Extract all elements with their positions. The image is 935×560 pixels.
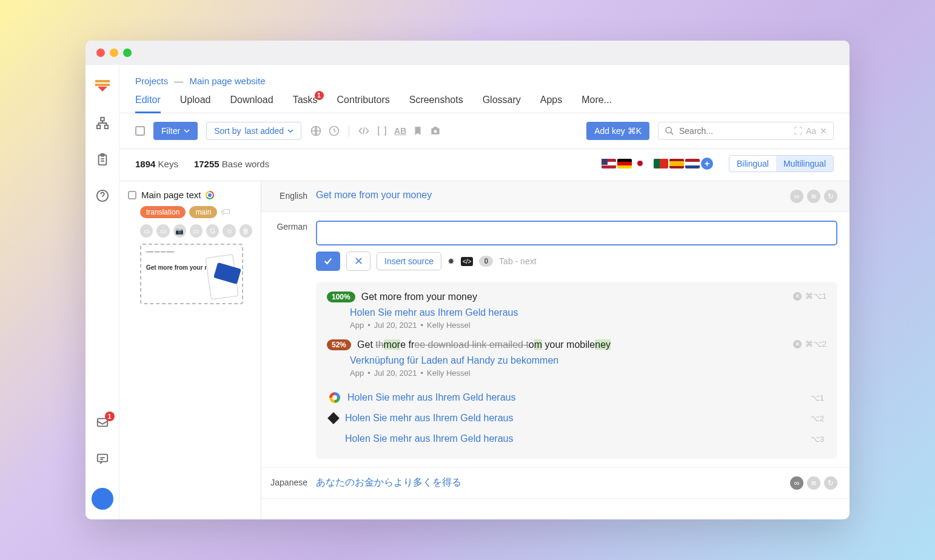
key-panel: Main page text translation main 🏷 ▭ ▭ 📷 …	[119, 181, 261, 519]
key-action-7-icon[interactable]: 🗑	[240, 224, 252, 238]
row-action-history-icon[interactable]: ↻	[824, 190, 837, 203]
flag-pt[interactable]	[654, 159, 668, 168]
suggestion-close-icon[interactable]: ✕	[793, 340, 802, 348]
clipboard-icon[interactable]	[95, 152, 110, 167]
translation-input-de[interactable]	[316, 221, 837, 245]
toolbar-bookmark-icon[interactable]	[412, 125, 423, 136]
view-multilingual[interactable]: Multilingual	[776, 156, 833, 172]
select-all-checkbox[interactable]	[135, 126, 145, 136]
flag-de[interactable]	[617, 159, 632, 168]
row-action-mt-icon[interactable]: ≋	[807, 190, 820, 203]
view-bilingual[interactable]: Bilingual	[729, 156, 776, 172]
tab-contributors[interactable]: Contributors	[337, 95, 390, 113]
tabs: Editor Upload Download Tasks 1 Contribut…	[119, 86, 850, 113]
auto-icon[interactable]: ✸	[447, 256, 455, 266]
svg-point-10	[434, 130, 437, 133]
screenshot-thumbnail[interactable]: ━━━ ━━ ━━ ━━━ Get more from your money	[140, 244, 243, 304]
toolbar-case-icon[interactable]: AB	[394, 126, 406, 136]
flag-us[interactable]	[602, 159, 616, 168]
maximize-window-icon[interactable]	[123, 48, 132, 57]
key-action-1-icon[interactable]: ▭	[140, 224, 153, 238]
tab-download[interactable]: Download	[230, 95, 273, 113]
minimize-window-icon[interactable]	[110, 48, 118, 57]
search-scan-icon[interactable]: ⛶	[794, 126, 802, 136]
tab-apps[interactable]: Apps	[540, 95, 562, 113]
key-action-4-icon[interactable]: ▭	[190, 224, 203, 238]
filter-button[interactable]: Filter	[153, 122, 198, 140]
search-icon	[665, 126, 674, 136]
toolbar-clock-icon[interactable]	[328, 125, 340, 137]
suggestion-close-icon[interactable]: ✕	[793, 292, 802, 301]
match-badge: 52%	[327, 339, 351, 350]
toolbar-code-icon[interactable]	[358, 125, 370, 137]
suggestion-meta: App•Jul 20, 2021•Kelly Hessel	[350, 368, 826, 378]
suggestion-translation[interactable]: Verknüpfung für Laden auf Handy zu bekom…	[350, 355, 826, 366]
sort-button[interactable]: Sort by last added	[206, 122, 301, 140]
mt-suggestion-microsoft[interactable]: Holen Sie mehr aus Ihrem Geld heraus ⌥3	[327, 428, 826, 449]
tag-main[interactable]: main	[189, 206, 217, 218]
tab-tasks[interactable]: Tasks 1	[293, 95, 318, 113]
search-input[interactable]	[679, 126, 789, 136]
breadcrumb-current[interactable]: Main page website	[190, 76, 266, 86]
stat-keys: 1894 Keys	[135, 159, 178, 169]
placeholder-count: 0	[479, 256, 493, 267]
lang-label-jp: Japanese	[261, 468, 316, 498]
flag-jp[interactable]	[633, 159, 648, 168]
avatar[interactable]	[92, 488, 113, 510]
row-action-history-icon[interactable]: ↻	[824, 476, 837, 490]
chat-icon[interactable]	[95, 452, 110, 466]
app-logo[interactable]	[94, 77, 111, 94]
cancel-button[interactable]: ✕	[346, 252, 370, 271]
tab-screenshots[interactable]: Screenshots	[409, 95, 463, 113]
breadcrumb-root[interactable]: Projects	[135, 76, 168, 86]
sitemap-icon[interactable]	[95, 116, 110, 130]
tm-suggestion-2[interactable]: ✕⌘⌥2 52% Get thmore free download link e…	[327, 339, 826, 378]
close-window-icon[interactable]	[96, 48, 105, 57]
source-text-en[interactable]: Get more from your money	[316, 190, 432, 200]
chrome-icon	[206, 191, 214, 199]
suggestion-translation[interactable]: Holen Sie mehr aus Ihrem Geld heraus	[350, 307, 826, 318]
tasks-badge: 1	[315, 91, 324, 100]
tm-suggestion-1[interactable]: ✕⌘⌥1 100% Get more from your money Holen…	[327, 292, 826, 330]
inbox-icon[interactable]: 1	[95, 415, 110, 430]
mt-suggestion-google[interactable]: Holen Sie mehr aus Ihrem Geld heraus ⌥1	[327, 387, 826, 408]
key-action-3-icon[interactable]: 📷	[173, 224, 186, 238]
translation-jp[interactable]: あなたのお金からより多くを得る	[316, 477, 461, 487]
help-icon[interactable]	[95, 188, 110, 203]
row-action-mt-icon[interactable]: ≋	[807, 476, 820, 490]
mt-suggestion-deepl[interactable]: Holen Sie mehr aus Ihrem Geld heraus ⌥2	[327, 408, 826, 428]
key-action-5-icon[interactable]: G	[206, 224, 219, 238]
tag-translation[interactable]: translation	[140, 206, 186, 218]
flag-nl[interactable]	[685, 159, 700, 168]
row-action-tm-icon[interactable]: ∞	[790, 190, 803, 203]
tab-upload[interactable]: Upload	[180, 95, 211, 113]
language-flags: +	[602, 158, 713, 170]
tab-more[interactable]: More...	[581, 95, 612, 113]
key-name[interactable]: Main page text	[141, 190, 201, 200]
toolbar-camera-icon[interactable]	[429, 125, 441, 137]
stats-row: 1894 Keys 17255 Base words + Bilingual M…	[119, 149, 850, 181]
key-action-2-icon[interactable]: ▭	[156, 224, 169, 238]
search-case-icon[interactable]: Aa	[806, 126, 816, 136]
search-clear-icon[interactable]: ✕	[820, 126, 827, 136]
tab-glossary[interactable]: Glossary	[483, 95, 521, 113]
suggestion-source-diff: Get thmore free download link emailed to…	[357, 339, 611, 350]
toolbar: Filter Sort by last added AB	[119, 113, 850, 149]
search-input-wrap[interactable]: ⛶ Aa ✕	[658, 122, 834, 140]
add-tag-icon[interactable]: 🏷	[221, 207, 230, 218]
deepl-icon	[327, 412, 340, 424]
app-window: 1 Projects — Main page website Editor Up…	[85, 41, 850, 519]
key-checkbox[interactable]	[128, 191, 136, 199]
add-key-button[interactable]: Add key ⌘K	[586, 122, 649, 140]
flag-es[interactable]	[669, 159, 684, 168]
add-language-button[interactable]: +	[701, 158, 713, 170]
toolbar-brackets-icon[interactable]	[376, 125, 388, 137]
code-icon[interactable]: </>	[461, 257, 473, 266]
insert-source-button[interactable]: Insert source	[377, 252, 441, 270]
tab-editor[interactable]: Editor	[135, 95, 161, 113]
key-action-6-icon[interactable]: ⦸	[223, 224, 235, 238]
suggestion-source: Get more from your money	[361, 292, 477, 302]
row-action-tm-icon[interactable]: ∞	[790, 476, 803, 490]
toolbar-globe-icon[interactable]	[310, 125, 322, 137]
confirm-button[interactable]	[316, 252, 340, 271]
